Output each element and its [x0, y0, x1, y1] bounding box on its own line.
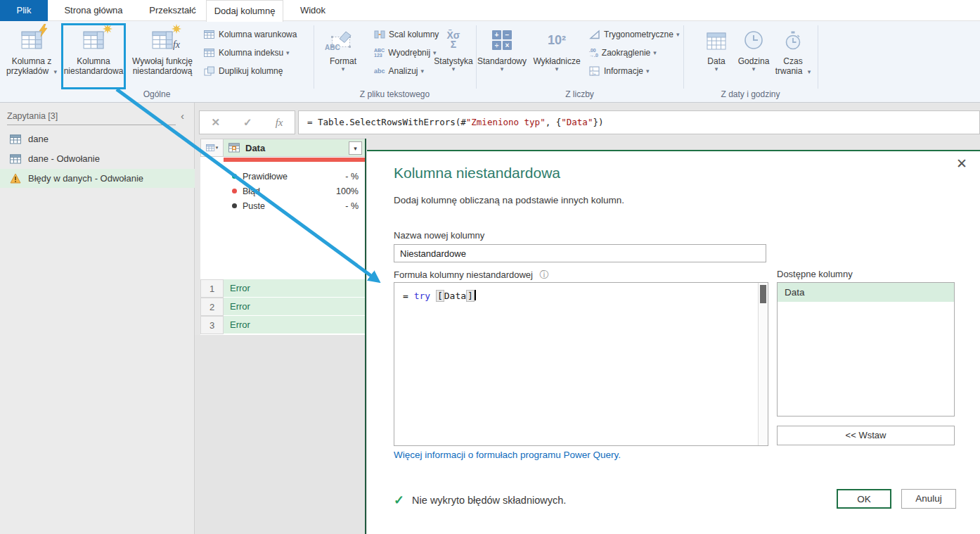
chevron-down-icon: ▾ — [653, 49, 657, 56]
button-label: Format — [330, 56, 356, 66]
check-icon: ✓ — [394, 492, 404, 508]
button-label: Trygonometryczne — [604, 30, 673, 39]
error-dot-icon — [232, 189, 237, 193]
tab-label: Strona główna — [64, 5, 122, 15]
chevron-down-icon: ▾ — [421, 68, 425, 75]
row-number[interactable]: 2 — [200, 298, 224, 316]
collapse-pane-icon[interactable]: ‹ — [181, 110, 184, 122]
standard-button[interactable]: +− ÷× Standardowy ▾ — [478, 24, 526, 89]
button-label: Statystyka — [434, 56, 472, 66]
column-from-examples-button[interactable]: Kolumna z przykładów ▾ — [3, 24, 60, 89]
button-label: Kolumna warunkowa — [219, 30, 297, 39]
index-column-button[interactable]: Kolumna indeksu ▾ — [204, 45, 290, 61]
quality-value: - % — [345, 201, 359, 211]
button-label: niestandardowa — [64, 66, 124, 76]
tab-przeksztalc[interactable]: Przekształć — [139, 0, 206, 21]
fx-icon: fx — [276, 117, 283, 129]
quality-row-error: Błąd 100% — [224, 184, 366, 198]
dialog-description: Dodaj kolumnę obliczaną na podstawie inn… — [394, 195, 624, 205]
cancel-button[interactable]: Anuluj — [901, 489, 956, 509]
stopwatch-icon — [784, 31, 802, 50]
extract-button[interactable]: ABC 123 Wyodrębnij ▾ — [374, 45, 437, 61]
query-item-dane[interactable]: dane — [0, 129, 195, 148]
column-header-data[interactable]: Data ▾ — [224, 139, 366, 157]
column-filter-button[interactable]: ▾ — [349, 141, 362, 155]
table-cell-error[interactable]: Error — [224, 298, 366, 316]
table-cell-error[interactable]: Error — [224, 316, 366, 334]
button-label: Wykładnicze — [533, 56, 580, 66]
table-cell-error[interactable]: Error — [224, 279, 366, 298]
statistics-button[interactable]: X̄σΣ Statystyka ▾ — [430, 24, 477, 89]
chevron-down-icon: ▾ — [342, 66, 345, 72]
ten-squared-icon: 10² — [548, 33, 566, 48]
row-number[interactable]: 1 — [200, 279, 224, 298]
row-number-label: 3 — [209, 320, 214, 331]
tab-widok[interactable]: Widok — [283, 0, 342, 21]
time-button[interactable]: Godzina ▾ — [735, 24, 772, 89]
tab-dodaj-kolumne[interactable]: Dodaj kolumnę — [206, 0, 283, 22]
query-item-bledy-w-danych[interactable]: Błędy w danych - Odwołanie — [0, 169, 195, 188]
column-quality-bar-error[interactable] — [224, 158, 366, 162]
quality-row-valid: Prawidłowe - % — [224, 169, 366, 184]
button-label: Kolumna z — [12, 56, 52, 66]
available-columns-list[interactable]: Data — [777, 282, 955, 417]
close-icon[interactable]: ✕ — [956, 155, 967, 172]
abc-123-icon: ABC — [374, 48, 385, 53]
formula-string: "Zmieniono typ" — [466, 117, 546, 127]
query-item-label: dane - Odwołanie — [28, 153, 100, 164]
sigma-icon: Σ — [451, 39, 456, 50]
table-icon — [204, 48, 215, 58]
available-column-item-data[interactable]: Data — [778, 283, 954, 302]
merge-columns-button[interactable]: Scal kolumny — [374, 27, 439, 42]
tab-label: Widok — [300, 5, 325, 15]
row-number[interactable]: 3 — [200, 316, 224, 334]
quality-label: Prawidłowe — [243, 172, 288, 182]
invoke-custom-function-button[interactable]: fx Wywołaj funkcję niestandardową — [127, 24, 198, 89]
cancel-formula-icon[interactable]: ✕ — [212, 116, 221, 129]
formula-bar-input[interactable]: = Table.SelectRowsWithErrors(#"Zmieniono… — [298, 110, 980, 134]
syntax-message: Nie wykryto błędów składniowych. — [412, 495, 566, 506]
format-button[interactable]: ABC Format ▾ — [316, 24, 370, 89]
scientific-button[interactable]: 10² Wykładnicze ▾ — [529, 24, 585, 89]
rounding-button[interactable]: .00 →.0 Zaokrąglenie ▾ — [589, 45, 657, 61]
chevron-down-icon: ▾ — [808, 68, 811, 75]
chevron-down-icon: ▾ — [752, 66, 756, 72]
group-separator — [818, 25, 818, 89]
chevron-down-icon: ▾ — [715, 66, 718, 72]
valid-dot-icon — [232, 174, 237, 179]
formula-editor[interactable]: = try [Data] — [394, 282, 768, 446]
conditional-column-button[interactable]: Kolumna warunkowa — [204, 27, 297, 42]
trigonometry-button[interactable]: Trygonometryczne ▾ — [589, 27, 679, 42]
date-column-type-icon[interactable] — [228, 143, 240, 153]
button-label: Czas — [783, 56, 802, 66]
duration-button[interactable]: Czas trwania ▾ — [773, 24, 813, 89]
tab-strona-glowna[interactable]: Strona główna — [48, 0, 139, 21]
duplicate-column-button[interactable]: Duplikuj kolumnę — [204, 63, 283, 79]
insert-button[interactable]: << Wstaw — [777, 426, 955, 445]
code-bracket: ] — [466, 290, 475, 302]
button-label: Wyodrębnij — [388, 48, 430, 58]
custom-column-button[interactable]: Kolumna niestandardowa — [63, 24, 124, 89]
fraction-icon — [589, 66, 600, 76]
formula-label: Formuła kolumny niestandardowej — [394, 269, 533, 280]
date-button[interactable]: Data ▾ — [699, 24, 733, 89]
query-item-dane-odwolanie[interactable]: dane - Odwołanie — [0, 149, 195, 168]
tab-plik[interactable]: Plik — [0, 0, 48, 21]
button-label: Analizuj — [389, 66, 418, 76]
lightning-icon — [39, 24, 48, 37]
group-label-z-liczby: Z liczby — [476, 89, 683, 99]
ok-button[interactable]: OK — [837, 489, 891, 509]
new-column-name-input[interactable] — [394, 244, 766, 262]
editor-scrollbar[interactable] — [758, 283, 768, 445]
parse-button[interactable]: abc Analizuj ▾ — [374, 63, 424, 79]
scrollbar-thumb[interactable] — [760, 285, 766, 303]
info-icon[interactable]: ⓘ — [540, 269, 549, 280]
query-item-label: Błędy w danych - Odwołanie — [28, 173, 143, 184]
select-all-corner-button[interactable]: ▾ — [200, 139, 224, 157]
button-label: Informacje — [604, 66, 643, 76]
power-query-help-link[interactable]: Więcej informacji o formułach programu P… — [394, 450, 621, 460]
button-label: Zaokrąglenie — [602, 48, 650, 58]
commit-formula-icon[interactable]: ✓ — [243, 116, 252, 129]
information-button[interactable]: Informacje ▾ — [589, 63, 650, 79]
chevron-down-icon: ▾ — [646, 68, 650, 75]
